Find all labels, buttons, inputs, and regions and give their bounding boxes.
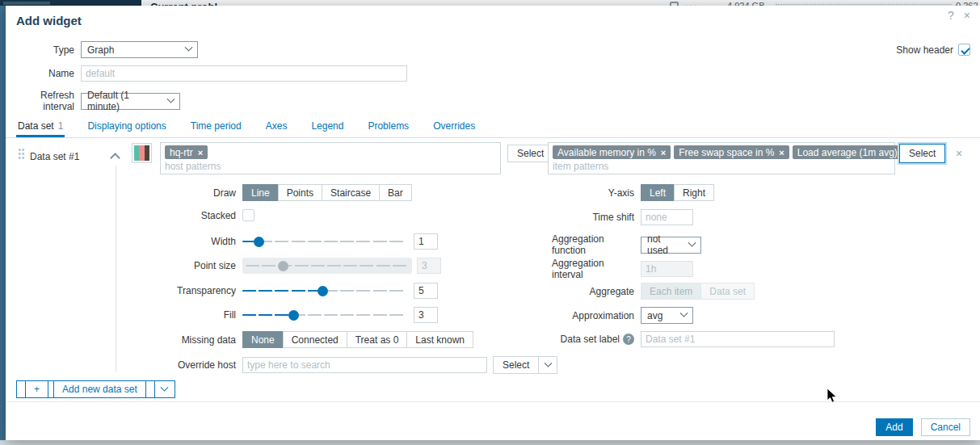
chip-remove-icon[interactable]: × xyxy=(198,148,203,157)
point-size-input xyxy=(417,258,441,274)
refresh-interval-label: Refresh interval xyxy=(15,90,81,112)
show-header-checkbox[interactable] xyxy=(958,44,970,56)
time-shift-input[interactable] xyxy=(641,209,693,225)
item-chip[interactable]: Load average (1m avg) × xyxy=(793,145,913,159)
transparency-slider[interactable] xyxy=(242,283,406,299)
tab-axes[interactable]: Axes xyxy=(264,115,289,137)
item-patterns-placeholder: item patterns xyxy=(553,161,890,172)
data-set-label-label: Data set label xyxy=(561,334,620,345)
draw-option-bar[interactable]: Bar xyxy=(379,184,412,201)
dotted-leader xyxy=(776,0,952,5)
fill-label: Fill xyxy=(15,309,242,321)
data-set-label-input[interactable] xyxy=(641,331,835,347)
time-shift-label: Time shift xyxy=(552,212,641,223)
stacked-label: Stacked xyxy=(15,210,242,221)
host-patterns-field[interactable]: hq-rtr × host patterns xyxy=(160,142,501,174)
aggregate-option-each-item: Each item xyxy=(641,283,701,300)
aggregate-label: Aggregate xyxy=(552,286,641,297)
slider-thumb[interactable] xyxy=(254,237,264,247)
type-label: Type xyxy=(15,44,81,56)
help-icon[interactable]: ? xyxy=(948,9,954,22)
override-host-label: Override host xyxy=(15,359,242,371)
transparency-input[interactable] xyxy=(414,283,438,299)
dialog-title: Add widget xyxy=(16,14,82,27)
draw-option-points[interactable]: Points xyxy=(278,184,322,201)
override-host-input[interactable] xyxy=(242,357,487,373)
fill-input[interactable] xyxy=(414,307,438,323)
aggregation-function-label: Aggregation function xyxy=(552,233,641,256)
add-button[interactable]: Add xyxy=(876,418,912,436)
approximation-label: Approximation xyxy=(552,310,641,321)
host-patterns-placeholder: host patterns xyxy=(165,161,496,172)
sidebar-edge xyxy=(0,6,6,440)
tab-displaying-options[interactable]: Displaying options xyxy=(86,115,167,137)
show-header-label: Show header xyxy=(896,44,953,56)
missing-data-option-treat-as-0[interactable]: Treat as 0 xyxy=(347,331,408,348)
add-new-data-set-dropdown-button[interactable] xyxy=(154,380,175,398)
item-chip[interactable]: Available memory in % × xyxy=(553,145,671,159)
override-host-dropdown-button[interactable] xyxy=(538,356,557,374)
aggregation-function-value: not used xyxy=(647,233,683,256)
refresh-interval-select[interactable]: Default (1 minute) xyxy=(81,93,180,110)
approximation-select[interactable]: avg xyxy=(641,307,693,324)
stacked-checkbox[interactable] xyxy=(242,209,254,221)
transparency-label: Transparency xyxy=(15,285,242,296)
override-host-select-button[interactable]: Select xyxy=(493,356,539,374)
chevron-down-icon xyxy=(167,94,175,103)
name-input[interactable] xyxy=(81,65,407,82)
remove-data-set-icon[interactable]: × xyxy=(956,147,962,160)
plus-icon: + xyxy=(25,380,48,398)
chevron-down-icon xyxy=(688,238,696,246)
draw-option-staircase[interactable]: Staircase xyxy=(322,184,380,201)
chevron-down-icon xyxy=(185,44,193,52)
width-slider[interactable] xyxy=(242,233,406,250)
slider-thumb[interactable] xyxy=(288,310,299,321)
host-select-button[interactable]: Select xyxy=(507,145,553,162)
chevron-down-icon xyxy=(680,309,688,317)
y-axis-option-right[interactable]: Right xyxy=(674,184,714,201)
type-select-value: Graph xyxy=(87,44,114,56)
draw-option-line[interactable]: Line xyxy=(242,184,279,201)
y-axis-option-left[interactable]: Left xyxy=(641,184,675,201)
item-select-button[interactable]: Select xyxy=(899,144,945,163)
refresh-interval-value: Default (1 minute) xyxy=(87,90,162,112)
collapse-chevron-icon[interactable] xyxy=(110,153,120,163)
cancel-button[interactable]: Cancel xyxy=(921,418,970,436)
tab-legend[interactable]: Legend xyxy=(309,115,345,137)
screen: Current probl ... 4.924 GB 0.262 s Add w… xyxy=(0,0,980,445)
color-picker-swatch[interactable] xyxy=(132,143,152,163)
type-select[interactable]: Graph xyxy=(81,41,198,58)
aggregation-interval-label: Aggregation interval xyxy=(552,258,641,280)
missing-data-option-connected[interactable]: Connected xyxy=(283,331,347,348)
tab-data-set[interactable]: Data set1 xyxy=(16,115,65,137)
point-size-slider xyxy=(242,258,412,274)
close-icon[interactable]: × xyxy=(964,9,970,22)
point-size-label: Point size xyxy=(15,260,242,271)
aggregation-function-select[interactable]: not used xyxy=(641,237,701,254)
width-input[interactable] xyxy=(414,233,438,250)
chip-remove-icon[interactable]: × xyxy=(661,148,666,157)
aggregate-segmented: Each item Data set xyxy=(641,283,755,300)
approximation-value: avg xyxy=(647,310,662,321)
data-set-title: Data set #1 xyxy=(30,151,79,162)
width-label: Width xyxy=(15,236,242,247)
ellipsis-text: ... xyxy=(685,0,698,6)
add-new-data-set-button[interactable]: + Add new data set xyxy=(16,380,155,398)
tab-overrides[interactable]: Overrides xyxy=(431,115,477,137)
item-chip[interactable]: Free swap space in % × xyxy=(674,145,789,159)
slider-thumb xyxy=(278,261,288,271)
name-label: Name xyxy=(15,68,81,79)
tab-time-period[interactable]: Time period xyxy=(189,115,243,137)
drag-handle-icon[interactable] xyxy=(18,148,25,160)
slider-thumb[interactable] xyxy=(318,286,328,296)
chip-remove-icon[interactable]: × xyxy=(779,148,784,157)
host-chip[interactable]: hq-rtr × xyxy=(165,145,208,159)
fill-slider[interactable] xyxy=(242,307,406,323)
missing-data-option-last-known[interactable]: Last known xyxy=(406,331,473,348)
help-icon[interactable]: ? xyxy=(623,334,634,345)
tab-problems[interactable]: Problems xyxy=(366,115,410,137)
item-patterns-field[interactable]: Available memory in % × Free swap space … xyxy=(548,142,895,174)
missing-data-option-none[interactable]: None xyxy=(242,331,284,348)
page-bottom-strip xyxy=(0,440,980,445)
missing-data-label: Missing data xyxy=(15,334,242,346)
